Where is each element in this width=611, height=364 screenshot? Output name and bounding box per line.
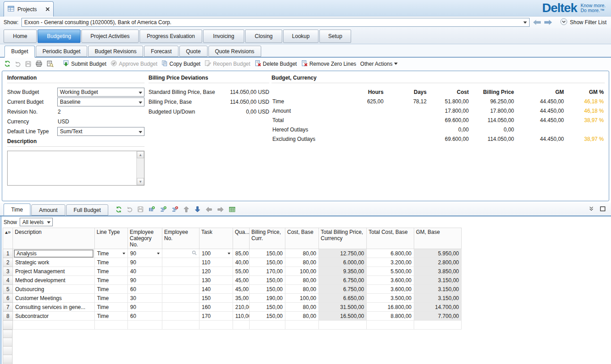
row-number[interactable]: 4 (3, 276, 13, 285)
cell-line-type[interactable]: Time (95, 249, 128, 258)
cell-description[interactable]: Project Management (13, 267, 95, 276)
cell-line-type[interactable]: Time (95, 312, 128, 321)
add-line-icon[interactable] (148, 206, 155, 213)
window-tab-projects[interactable]: Projects (4, 1, 54, 17)
cell-quantity[interactable]: 210,00 (233, 303, 250, 312)
cell-billing-price-curr[interactable]: 150,00 (250, 312, 285, 321)
row-number[interactable]: 5 (3, 285, 13, 294)
select-all-corner[interactable]: ▴» (3, 228, 13, 249)
cell-task[interactable]: 120 (199, 267, 233, 276)
cell-quantity[interactable]: 35,00 (233, 294, 250, 303)
cell-total-cost-base[interactable]: 3.500,00 (367, 294, 414, 303)
cell-billing-price-curr[interactable]: 150,00 (250, 249, 285, 258)
table-row[interactable]: 1 Analysis Time 90 100 85,00 150,00 80,0… (3, 249, 462, 258)
cell-billing-price-curr[interactable]: 150,00 (250, 276, 285, 285)
cell-cost-base[interactable]: 100,00 (285, 267, 319, 276)
tab-forecast[interactable]: Forecast (144, 46, 178, 57)
cell-task[interactable]: 140 (199, 285, 233, 294)
cell-description[interactable]: Subcontractor (13, 312, 95, 321)
cell-billing-price-curr[interactable]: 150,00 (250, 258, 285, 267)
cell-employee-category-no[interactable]: 90 (128, 303, 162, 312)
cell-employee-no[interactable] (162, 303, 199, 312)
row-number[interactable]: 2 (3, 258, 13, 267)
cell-employee-no[interactable] (162, 312, 199, 321)
cell-employee-category-no[interactable]: 60 (128, 312, 162, 321)
cell-employee-no[interactable] (162, 249, 199, 258)
cell-employee-category-no[interactable]: 90 (128, 276, 162, 285)
empty-row[interactable] (3, 321, 462, 330)
column-header-gm-base[interactable]: GM, Base (414, 228, 462, 249)
cell-total-cost-base[interactable]: 5.500,00 (367, 267, 414, 276)
cell-quantity[interactable]: 55,00 (233, 267, 250, 276)
tab-setup[interactable]: Setup (319, 30, 351, 43)
tab-lookup[interactable]: Lookup (283, 30, 318, 43)
project-selector-combobox[interactable]: Exxon - General consulting (1020005), Ba… (21, 18, 530, 27)
maximize-icon[interactable] (600, 206, 606, 212)
delete-budget-button[interactable]: Delete Budget (255, 60, 297, 68)
row-number[interactable]: 1 (3, 249, 13, 258)
other-actions-button[interactable]: Other Actions (360, 61, 398, 67)
tab-closing[interactable]: Closing (245, 30, 282, 43)
tab-quote-revisions[interactable]: Quote Revisions (208, 46, 261, 57)
cell-total-cost-base[interactable]: 3.600,00 (367, 285, 414, 294)
cell-employee-category-no[interactable]: 30 (128, 294, 162, 303)
table-row[interactable]: 2 Strategic work Time 90 110 40,00 150,0… (3, 258, 462, 267)
cell-quantity[interactable]: 45,00 (233, 285, 250, 294)
cell-total-cost-base[interactable]: 3.600,00 (367, 276, 414, 285)
table-row[interactable]: 5 Outsourcing Time 60 140 45,00 150,00 8… (3, 285, 462, 294)
cell-cost-base[interactable]: 80,00 (285, 276, 319, 285)
table-row[interactable]: 8 Subcontractor Time 60 170 110,00 150,0… (3, 312, 462, 321)
tab-budget-revisions[interactable]: Budget Revisions (88, 46, 143, 57)
cell-task[interactable]: 100 (199, 249, 233, 258)
refresh-icon[interactable] (115, 206, 122, 213)
chevron-down-icon[interactable] (123, 253, 125, 256)
scroll-up-icon[interactable]: ▲ (137, 151, 144, 158)
cell-total-cost-base[interactable]: 16.800,00 (367, 303, 414, 312)
column-header-employee-no[interactable]: Employee No. (162, 228, 199, 249)
cell-task[interactable]: 170 (199, 312, 233, 321)
search-icon[interactable] (192, 250, 197, 257)
show-budget-select[interactable]: Working Budget (57, 88, 144, 97)
submit-budget-button[interactable]: Submit Budget (63, 60, 106, 68)
cell-description[interactable]: Consulting services in gene... (13, 303, 95, 312)
cell-description[interactable]: Strategic work (13, 258, 95, 267)
cell-task[interactable]: 130 (199, 276, 233, 285)
indent-icon[interactable] (217, 206, 224, 213)
refresh-icon[interactable] (4, 60, 11, 67)
add-sub-line-icon[interactable] (160, 206, 167, 213)
close-icon[interactable] (46, 7, 50, 11)
column-header-billing-price-curr[interactable]: Billing Price, Curr. (250, 228, 285, 249)
grid-view-icon[interactable] (229, 206, 236, 213)
cell-cost-base[interactable]: 80,00 (285, 285, 319, 294)
cell-employee-category-no[interactable]: 60 (128, 285, 162, 294)
table-row[interactable]: 7 Consulting services in gene... Time 90… (3, 303, 462, 312)
column-header-line-type[interactable]: Line Type (95, 228, 128, 249)
tab-budgeting[interactable]: Budgeting (38, 30, 81, 43)
cell-quantity[interactable]: 45,00 (233, 276, 250, 285)
cell-cost-base[interactable]: 80,00 (285, 249, 319, 258)
cell-billing-price-curr[interactable]: 190,00 (250, 294, 285, 303)
cell-task[interactable]: 160 (199, 303, 233, 312)
current-budget-select[interactable]: Baseline (57, 97, 144, 106)
column-header-cost-base[interactable]: Cost, Base (285, 228, 319, 249)
cell-description[interactable]: Method development (13, 276, 95, 285)
cell-task[interactable]: 110 (199, 258, 233, 267)
description-scrollbar[interactable]: ▲ ▼ (136, 151, 144, 185)
collapse-icon[interactable] (588, 206, 594, 212)
cell-total-cost-base[interactable]: 3.200,00 (367, 258, 414, 267)
cell-billing-price-curr[interactable]: 150,00 (250, 303, 285, 312)
row-number[interactable]: 8 (3, 312, 13, 321)
cell-line-type[interactable]: Time (95, 294, 128, 303)
cell-cost-base[interactable]: 100,00 (285, 294, 319, 303)
cell-employee-no[interactable] (162, 267, 199, 276)
tab-time[interactable]: Time (4, 203, 30, 216)
tab-invoicing[interactable]: Invoicing (203, 30, 244, 43)
cell-cost-base[interactable]: 80,00 (285, 303, 319, 312)
chevron-down-icon[interactable] (157, 253, 160, 256)
forward-icon[interactable] (544, 19, 552, 25)
column-header-task[interactable]: Task (199, 228, 233, 249)
scroll-down-icon[interactable]: ▼ (137, 178, 144, 185)
row-number[interactable]: 6 (3, 294, 13, 303)
cell-cost-base[interactable]: 80,00 (285, 312, 319, 321)
tab-budget[interactable]: Budget (4, 46, 35, 58)
